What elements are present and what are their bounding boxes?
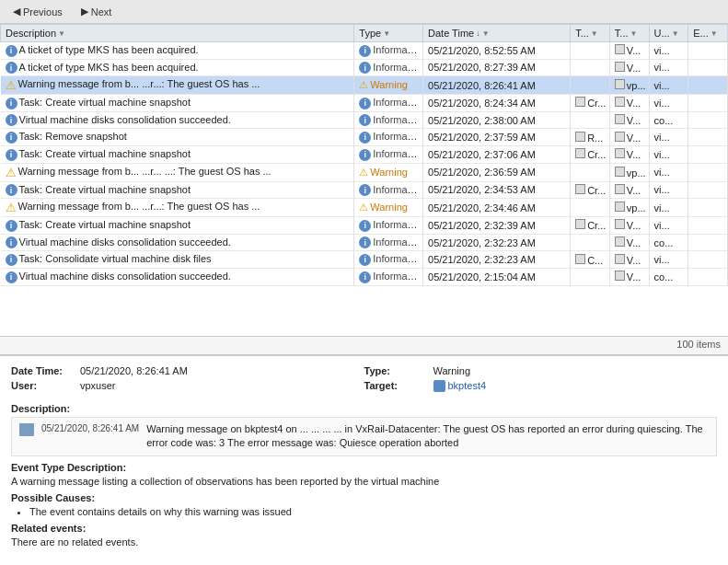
copy-icon — [615, 184, 625, 194]
filter-arrow-t2: ▼ — [630, 29, 638, 38]
cell-type: iInformat... — [354, 129, 423, 146]
cell-datetime: 05/21/2020, 2:37:59 AM — [423, 129, 571, 146]
type-info-icon: i — [359, 184, 371, 196]
cell-e — [688, 42, 728, 60]
target-link[interactable]: bkptest4 — [448, 380, 487, 391]
cell-description: iVirtual machine disks consolidation suc… — [1, 268, 354, 285]
table-row[interactable]: iVirtual machine disks consolidation suc… — [1, 111, 728, 129]
cell-e — [688, 217, 728, 235]
cell-u: vi... — [649, 251, 688, 269]
cell-type: iInformat... — [354, 95, 423, 112]
cell-t1: Cr... — [571, 181, 610, 199]
cell-t2: V... — [609, 217, 649, 235]
type-info-icon: i — [359, 62, 371, 74]
cell-description: iVirtual machine disks consolidation suc… — [1, 234, 354, 251]
cell-description: iTask: Create virtual machine snapshot — [1, 217, 354, 235]
cell-t2: V... — [609, 129, 649, 146]
copy-icon — [615, 62, 625, 72]
cell-u: co... — [649, 268, 688, 285]
copy-icon — [575, 254, 585, 264]
table-row[interactable]: iTask: Create virtual machine snapshotiI… — [1, 181, 728, 199]
detail-meta-grid: Date Time: 05/21/2020, 8:26:41 AM User: … — [11, 365, 717, 396]
cell-datetime: 05/21/2020, 8:24:34 AM — [423, 95, 571, 112]
table-row[interactable]: ⚠Warning message from b... ...r...: The … — [1, 199, 728, 217]
cell-t2: V... — [609, 268, 649, 285]
cell-u: vi... — [649, 129, 688, 146]
warning-icon: ⚠ — [6, 166, 17, 179]
copy-icon — [575, 132, 585, 142]
cell-description: iTask: Consolidate virtual machine disk … — [1, 251, 354, 269]
cell-e — [688, 111, 728, 129]
copy-icon — [615, 167, 625, 177]
cell-t2: V... — [609, 95, 649, 112]
table-row[interactable]: iA ticket of type MKS has been acquired.… — [1, 59, 728, 76]
cell-description: iA ticket of type MKS has been acquired. — [1, 59, 354, 76]
col-header-datetime[interactable]: Date Time ↓ ▼ — [423, 25, 571, 42]
detail-right: Type: Warning Target: bkptest4 — [364, 365, 718, 396]
table-row[interactable]: iVirtual machine disks consolidation suc… — [1, 234, 728, 251]
table-row[interactable]: ⚠Warning message from b... ...r...: The … — [1, 76, 728, 95]
event-type-desc-title: Event Type Description: — [11, 462, 717, 473]
cell-t1 — [571, 111, 610, 129]
table-row[interactable]: ⚠Warning message from b... ...r... ...: … — [1, 163, 728, 181]
status-bar: 100 items — [0, 337, 728, 355]
description-text: Warning message on bkptest4 on ... ... .… — [146, 422, 709, 451]
table-row[interactable]: iVirtual machine disks consolidation suc… — [1, 268, 728, 285]
copy-icon — [575, 97, 585, 107]
cell-type: iInformat... — [354, 217, 423, 235]
col-label-description: Description — [6, 28, 56, 39]
col-header-u[interactable]: U... ▼ — [649, 25, 688, 42]
events-table: Description ▼ Type ▼ Date Time ↓ ▼ — [0, 24, 728, 286]
cell-t1 — [571, 268, 610, 285]
info-icon: i — [6, 98, 17, 110]
col-header-type[interactable]: Type ▼ — [354, 25, 423, 42]
copy-icon — [615, 132, 625, 142]
cell-t1 — [571, 234, 610, 251]
info-icon: i — [6, 271, 17, 283]
user-row: User: vpxuser — [11, 380, 364, 391]
filter-arrow-u: ▼ — [672, 29, 679, 38]
cell-t1: Cr... — [571, 95, 610, 112]
table-row[interactable]: iTask: Create virtual machine snapshotiI… — [1, 217, 728, 235]
related-events-title: Related events: — [11, 523, 717, 534]
cell-t2: V... — [609, 234, 649, 251]
cell-description: iVirtual machine disks consolidation suc… — [1, 111, 354, 129]
type-info-icon: i — [359, 98, 371, 110]
table-row[interactable]: iTask: Remove snapshotiInformat...05/21/… — [1, 129, 728, 146]
related-events-text: There are no related events. — [11, 536, 138, 548]
event-type-desc-block: A warning message listing a collection o… — [11, 476, 717, 487]
cell-e — [688, 163, 728, 181]
table-row[interactable]: iTask: Consolidate virtual machine disk … — [1, 251, 728, 269]
col-header-description[interactable]: Description ▼ — [1, 25, 354, 42]
cell-description: ⚠Warning message from b... ...r...: The … — [1, 76, 354, 95]
col-header-e[interactable]: E... ▼ — [688, 25, 728, 42]
col-header-t1[interactable]: T... ▼ — [571, 25, 610, 42]
col-label-t1: T... — [575, 28, 589, 39]
cell-t2: vp... — [609, 199, 649, 217]
cell-t1: Cr... — [571, 217, 610, 235]
previous-button[interactable]: ◀ Previous — [7, 4, 68, 19]
table-row[interactable]: iTask: Create virtual machine snapshotiI… — [1, 145, 728, 163]
cell-type: iInformat... — [354, 42, 423, 60]
table-row[interactable]: iTask: Create virtual machine snapshotiI… — [1, 95, 728, 112]
target-row: Target: bkptest4 — [364, 380, 718, 392]
type-row: Type: Warning — [364, 365, 718, 376]
cell-description: ⚠Warning message from b... ...r...: The … — [1, 199, 354, 217]
cell-description: iTask: Create virtual machine snapshot — [1, 95, 354, 112]
cell-t2: V... — [609, 181, 649, 199]
next-button[interactable]: ▶ Next — [75, 4, 118, 19]
col-label-datetime: Date Time — [428, 28, 474, 39]
type-info-icon: i — [359, 114, 371, 126]
cell-description: iTask: Create virtual machine snapshot — [1, 181, 354, 199]
table-row[interactable]: iA ticket of type MKS has been acquired.… — [1, 42, 728, 60]
col-header-t2[interactable]: T... ▼ — [609, 25, 649, 42]
copy-icon — [615, 148, 625, 158]
cell-t2: V... — [609, 145, 649, 163]
info-icon: i — [6, 132, 17, 144]
cell-t1 — [571, 42, 610, 60]
cell-datetime: 05/21/2020, 2:34:53 AM — [423, 181, 571, 199]
cell-description: iTask: Remove snapshot — [1, 129, 354, 146]
cell-datetime: 05/21/2020, 2:38:00 AM — [423, 111, 571, 129]
possible-cause-item: The event contains details on why this w… — [29, 506, 717, 517]
cell-u: vi... — [649, 59, 688, 76]
